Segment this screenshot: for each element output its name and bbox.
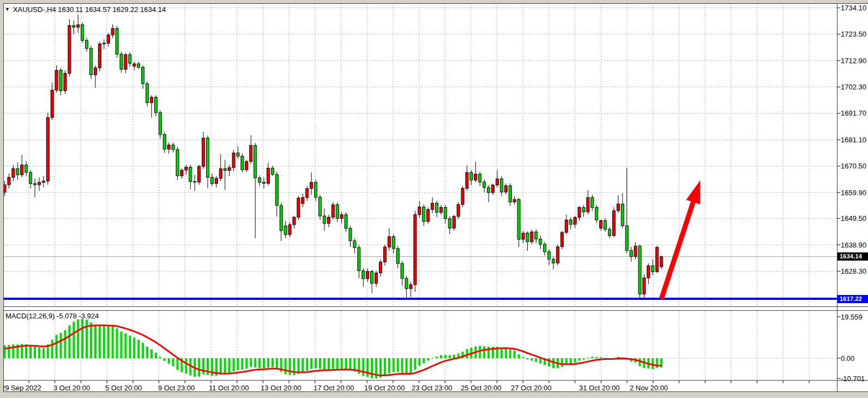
candle xyxy=(297,198,300,217)
price-axis-label: 1659.90 xyxy=(841,189,866,197)
candle xyxy=(643,278,646,294)
candle xyxy=(345,215,347,228)
candle xyxy=(241,156,244,170)
indicator-axis-label: 19.559 xyxy=(841,313,863,321)
candle xyxy=(531,232,533,242)
macd-histogram-bar xyxy=(164,358,166,361)
candle xyxy=(16,168,19,174)
macd-histogram-bar xyxy=(285,358,287,374)
candle xyxy=(336,204,339,218)
time-axis-label: 2 Nov 20:00 xyxy=(630,384,668,392)
candle xyxy=(513,200,516,202)
macd-histogram-bar xyxy=(233,358,235,371)
macd-histogram-bar xyxy=(384,358,386,376)
macd-histogram-bar xyxy=(401,358,403,373)
macd-histogram-bar xyxy=(345,358,347,369)
macd-histogram-bar xyxy=(272,358,274,367)
macd-histogram-bar xyxy=(418,358,420,366)
candle xyxy=(159,113,161,135)
macd-histogram-bar xyxy=(587,358,589,358)
macd-histogram-bar xyxy=(228,358,231,373)
macd-histogram-bar xyxy=(99,325,101,358)
candle xyxy=(660,257,663,267)
candle xyxy=(206,138,209,177)
candle xyxy=(436,203,438,213)
macd-histogram-bar xyxy=(68,325,70,358)
candle xyxy=(288,225,291,234)
candle xyxy=(418,207,421,215)
symbol-dropdown-icon[interactable]: ▼ xyxy=(5,7,10,12)
time-axis-label: 27 Oct 20:00 xyxy=(511,384,551,392)
macd-histogram-bar xyxy=(107,326,110,358)
macd-histogram-bar xyxy=(250,358,252,367)
candle xyxy=(509,186,511,202)
price-axis-label: 1638.90 xyxy=(841,241,866,249)
candle xyxy=(315,182,317,197)
macd-histogram-bar xyxy=(535,358,537,362)
macd-histogram-bar xyxy=(51,340,53,358)
macd-histogram-bar xyxy=(427,358,429,360)
candle xyxy=(565,220,568,232)
candle xyxy=(25,165,28,172)
candle xyxy=(280,206,282,231)
candle xyxy=(232,153,235,168)
candle xyxy=(245,161,248,170)
candle xyxy=(250,146,252,161)
current-price-tag: 1634.14 xyxy=(837,252,868,261)
candle xyxy=(621,204,624,226)
macd-histogram-bar xyxy=(150,349,153,358)
candle xyxy=(604,221,607,230)
time-axis-label: 9 Oct 23:00 xyxy=(158,384,195,392)
candle xyxy=(51,90,53,117)
candle xyxy=(634,246,637,256)
macd-histogram-bar xyxy=(453,355,455,358)
time-axis-label: 29 Sep 2022 xyxy=(1,384,41,392)
candle xyxy=(120,54,123,69)
time-axis-label: 31 Oct 20:00 xyxy=(579,384,619,392)
window-border-bottom xyxy=(0,392,868,398)
macd-histogram-bar xyxy=(652,358,654,369)
candle xyxy=(647,266,650,278)
candle xyxy=(474,174,477,180)
macd-histogram-bar xyxy=(177,358,179,370)
candle xyxy=(172,145,174,149)
chart-window: 1734.101723.501712.901702.301691.701681.… xyxy=(0,0,868,398)
candle xyxy=(548,252,551,260)
candle xyxy=(439,208,442,213)
macd-histogram-bar xyxy=(362,358,364,376)
candle xyxy=(46,118,49,181)
up-arrow-shaft[interactable] xyxy=(661,199,694,299)
candle xyxy=(94,68,97,75)
time-axis-label: 3 Oct 20:00 xyxy=(53,384,90,392)
macd-histogram-bar xyxy=(73,322,75,358)
price-axis-label: 1670.50 xyxy=(841,162,866,170)
candle xyxy=(210,177,213,183)
candle xyxy=(574,218,576,225)
candle xyxy=(267,168,269,183)
candle xyxy=(42,181,45,182)
candle xyxy=(544,244,546,252)
candle xyxy=(461,188,464,204)
macd-histogram-bar xyxy=(276,358,278,369)
candle xyxy=(487,188,490,192)
macd-histogram-bar xyxy=(397,358,399,372)
up-arrow-head[interactable] xyxy=(686,180,701,204)
candle xyxy=(608,230,611,236)
window-border-left xyxy=(0,0,3,398)
candle xyxy=(500,179,503,192)
macd-histogram-bar xyxy=(518,354,520,358)
macd-histogram-bar xyxy=(34,347,36,358)
candle xyxy=(124,55,127,69)
macd-histogram-bar xyxy=(86,319,88,358)
price-axis-label: 1702.30 xyxy=(841,83,866,91)
candle xyxy=(504,186,507,192)
candle xyxy=(638,246,641,294)
candle xyxy=(470,173,473,180)
candle xyxy=(129,55,131,63)
time-axis-label: 25 Oct 20:00 xyxy=(461,384,501,392)
candle xyxy=(310,182,313,188)
macd-histogram-bar xyxy=(38,347,40,358)
price-chart-svg[interactable]: 1734.101723.501712.901702.301691.701681.… xyxy=(0,0,868,398)
macd-histogram-bar xyxy=(29,345,32,358)
candle xyxy=(219,168,222,178)
